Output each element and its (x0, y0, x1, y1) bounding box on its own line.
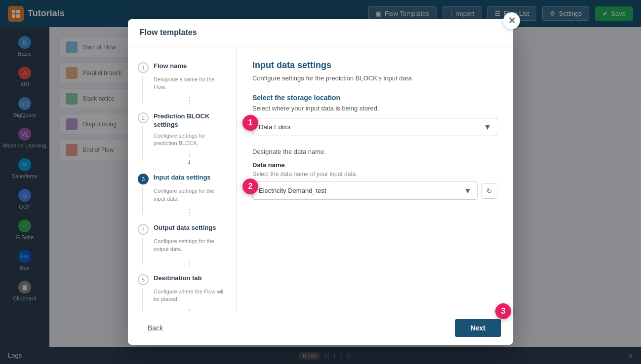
step-4-desc: Configure settings for the output data. (154, 238, 226, 253)
step-2-desc: Configure settings for prediction BLOCK. (154, 132, 226, 147)
next-button[interactable]: Next (455, 319, 501, 337)
steps-panel: 1 Flow name Designate a name for the Flo… (128, 46, 237, 311)
step-5-title: Desitination tab (154, 274, 202, 283)
storage-section-title: Select the storage location (252, 94, 497, 102)
step-1-header: 1 Flow name (138, 62, 226, 73)
step-5[interactable]: 5 Desitination tab Configure where the F… (128, 268, 236, 309)
step-3[interactable]: 3 Input data settings Configure settings… (128, 168, 236, 209)
step-4-number: 4 (138, 224, 149, 235)
modal-overlay: Flow templates ✕ 1 Flow name Designate a… (0, 0, 641, 364)
content-panel: Input data settings Configure settings f… (237, 46, 513, 311)
content-subtitle: Configure settings for the prediction BL… (252, 74, 497, 82)
flow-templates-modal: Flow templates ✕ 1 Flow name Designate a… (128, 19, 513, 345)
data-name-sub-hint: Select the data name of your input data. (252, 171, 497, 178)
step-1-number: 1 (138, 62, 149, 73)
step-2-number: 2 (138, 112, 149, 123)
data-name-dropdown-wrapper: Electricity Demand_test ▼ (252, 182, 478, 200)
modal-close-button[interactable]: ✕ (503, 12, 520, 29)
step-5-desc: Configure where the Flow will be placed. (154, 288, 226, 303)
step-3-number: 3 (138, 174, 149, 184)
modal-body: 1 Flow name Designate a name for the Flo… (128, 46, 513, 311)
step-2[interactable]: 2 Prediction BLOCK settings Configure se… (128, 107, 236, 153)
storage-section-desc: Select where your input data is being st… (252, 105, 497, 112)
step-5-header: 5 Desitination tab (138, 274, 226, 285)
step-1-desc: Designate a name for the Flow. (154, 76, 226, 91)
step-3-title: Input data settings (154, 174, 211, 182)
step-5-number: 5 (138, 274, 149, 285)
step-2-header: 2 Prediction BLOCK settings (138, 112, 226, 129)
step-1-title: Flow name (154, 62, 187, 71)
content-title: Input data settings (252, 60, 497, 71)
data-name-dropdown[interactable]: Electricity Demand_test (252, 182, 478, 200)
step-3-header: 3 Input data settings (138, 174, 226, 184)
modal-footer: Back 3 Next (128, 311, 513, 345)
data-name-hint: Designate the data name. (252, 148, 497, 155)
modal-header: Flow templates (128, 19, 513, 46)
back-button[interactable]: Back (140, 320, 171, 336)
step-1[interactable]: 1 Flow name Designate a name for the Flo… (128, 56, 236, 97)
step-4-header: 4 Output data settings (138, 224, 226, 235)
step-3-desc: Configure settings for the input data. (154, 187, 226, 203)
modal-title: Flow templates (140, 28, 197, 36)
storage-dropdown-wrapper: Data Editor ▼ (252, 118, 497, 136)
data-name-label: Data name (252, 161, 497, 169)
refresh-button[interactable]: ↻ (481, 183, 497, 199)
callout-badge-3: 3 (495, 303, 511, 319)
step-4[interactable]: 4 Output data settings Configure setting… (128, 218, 236, 259)
callout-badge-1: 1 (242, 115, 258, 131)
callout-badge-2: 2 (242, 179, 258, 194)
step-2-title: Prediction BLOCK settings (154, 112, 226, 129)
storage-dropdown[interactable]: Data Editor (252, 118, 497, 136)
step-4-title: Output data settings (154, 224, 216, 232)
